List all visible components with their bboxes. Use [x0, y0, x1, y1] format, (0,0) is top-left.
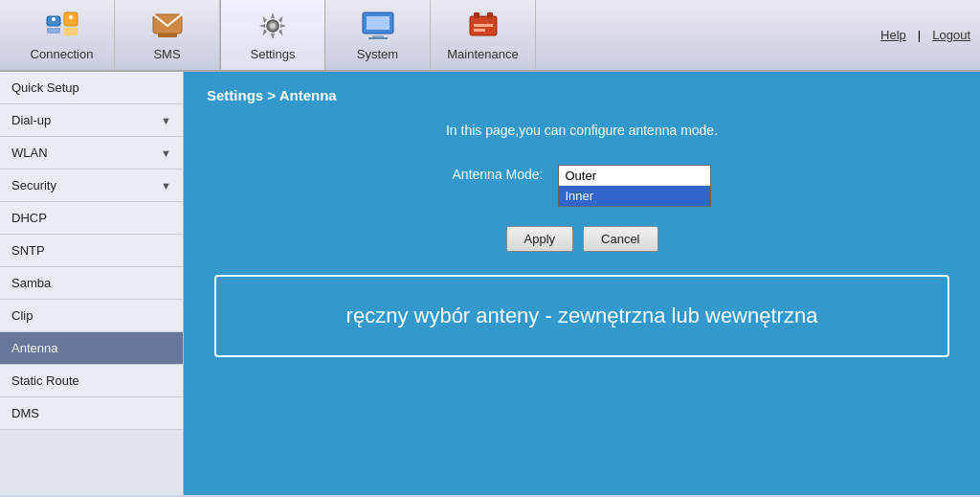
- maintenance-icon: [466, 9, 501, 43]
- sidebar-item-clip[interactable]: Clip: [0, 300, 183, 332]
- connection-icon: [45, 9, 79, 43]
- sidebar-static-route-label: Static Route: [11, 373, 79, 388]
- chevron-down-icon: ▼: [161, 147, 171, 159]
- sidebar-item-dms[interactable]: DMS: [0, 397, 183, 430]
- content-area: Settings > Antenna In this page,you can …: [184, 72, 980, 495]
- info-box: ręczny wybór anteny - zewnętrzna lub wew…: [214, 275, 949, 357]
- antenna-mode-label: Antenna Mode:: [453, 165, 544, 182]
- svg-rect-1: [47, 28, 60, 34]
- sidebar-item-dial-up[interactable]: Dial-up ▼: [0, 104, 183, 137]
- nav-settings[interactable]: Settings: [220, 0, 325, 70]
- sms-icon: [150, 9, 185, 43]
- svg-rect-16: [487, 12, 493, 18]
- sidebar-dms-label: DMS: [11, 406, 39, 420]
- top-nav-right: Help | Logout: [880, 28, 970, 42]
- nav-settings-label: Settings: [251, 47, 296, 61]
- sidebar-wlan-label: WLAN: [11, 146, 48, 160]
- svg-rect-17: [474, 24, 493, 27]
- sidebar-item-quick-setup[interactable]: Quick Setup: [0, 72, 183, 104]
- sidebar-item-sntp[interactable]: SNTP: [0, 235, 183, 267]
- breadcrumb: Settings > Antenna: [207, 87, 957, 103]
- sidebar-antenna-label: Antenna: [11, 341, 57, 355]
- svg-point-4: [52, 17, 56, 21]
- svg-rect-18: [474, 29, 485, 32]
- nav-maintenance[interactable]: Maintenance: [431, 0, 536, 71]
- antenna-mode-row: Antenna Mode: Outer Inner: [207, 165, 957, 207]
- help-link[interactable]: Help: [880, 28, 906, 42]
- nav-sms[interactable]: SMS: [115, 0, 220, 71]
- sidebar-item-wlan[interactable]: WLAN ▼: [0, 137, 183, 169]
- page-description: In this page,you can configure antenna m…: [207, 123, 957, 138]
- top-navigation: Connection SMS Settings: [0, 0, 980, 72]
- sidebar-samba-label: Samba: [11, 276, 51, 290]
- sidebar-item-static-route[interactable]: Static Route: [0, 365, 183, 397]
- sidebar-item-dhcp[interactable]: DHCP: [0, 202, 183, 235]
- nav-system[interactable]: System: [325, 0, 431, 71]
- logout-link[interactable]: Logout: [932, 28, 970, 42]
- dropdown-option-outer[interactable]: Outer: [559, 166, 710, 186]
- info-text: ręczny wybór anteny - zewnętrzna lub wew…: [346, 304, 818, 328]
- dropdown-option-inner[interactable]: Inner: [559, 186, 710, 206]
- nav-connection[interactable]: Connection: [10, 0, 115, 71]
- system-icon: [361, 9, 395, 43]
- sidebar-sntp-label: SNTP: [11, 243, 45, 258]
- action-buttons: Apply Cancel: [207, 226, 957, 252]
- sidebar-quick-setup-label: Quick Setup: [11, 80, 79, 95]
- sidebar-security-label: Security: [11, 178, 56, 192]
- svg-rect-3: [64, 28, 78, 35]
- sidebar-item-samba[interactable]: Samba: [0, 267, 183, 300]
- svg-point-5: [69, 15, 73, 19]
- nav-sms-label: SMS: [153, 47, 180, 61]
- sidebar: Quick Setup Dial-up ▼ WLAN ▼ Security ▼ …: [0, 72, 184, 495]
- svg-rect-7: [158, 34, 177, 37]
- main-layout: Quick Setup Dial-up ▼ WLAN ▼ Security ▼ …: [0, 72, 980, 495]
- settings-icon: [256, 9, 290, 43]
- nav-system-label: System: [357, 47, 398, 61]
- sidebar-clip-label: Clip: [11, 308, 33, 323]
- svg-rect-15: [474, 12, 479, 18]
- svg-rect-11: [367, 16, 390, 30]
- sidebar-item-security[interactable]: Security ▼: [0, 169, 183, 202]
- svg-rect-13: [368, 37, 388, 39]
- sidebar-item-antenna[interactable]: Antenna: [0, 332, 183, 365]
- chevron-down-icon: ▼: [161, 115, 171, 126]
- cancel-button[interactable]: Cancel: [583, 226, 657, 252]
- nav-maintenance-label: Maintenance: [447, 47, 518, 61]
- dropdown-list[interactable]: Outer Inner: [558, 165, 711, 207]
- sidebar-dial-up-label: Dial-up: [11, 113, 51, 127]
- nav-connection-label: Connection: [31, 47, 94, 61]
- svg-point-9: [270, 23, 276, 29]
- chevron-down-icon: ▼: [161, 180, 171, 192]
- sidebar-dhcp-label: DHCP: [11, 211, 47, 225]
- antenna-mode-dropdown[interactable]: Outer Inner: [558, 165, 711, 207]
- apply-button[interactable]: Apply: [506, 226, 574, 252]
